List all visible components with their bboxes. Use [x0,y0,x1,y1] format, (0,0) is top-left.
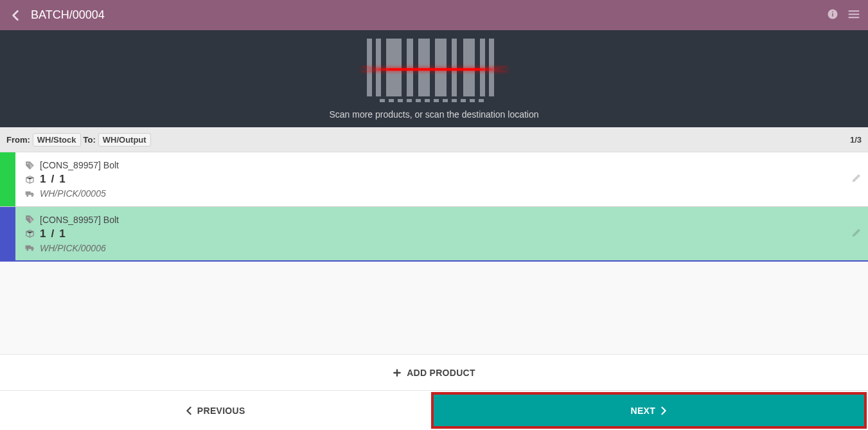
from-label: From: [6,135,30,145]
svg-rect-17 [389,99,394,102]
svg-point-30 [26,195,28,197]
svg-rect-5 [849,17,860,18]
barcode-icon [367,39,502,103]
chevron-left-icon [186,406,192,415]
scan-banner: Scan more products, or scan the destinat… [0,30,868,127]
svg-rect-25 [461,99,466,102]
line-body: [CONS_89957] Bolt 1/1 WH/PICK/00006 [15,207,868,260]
add-product-label: ADD PRODUCT [407,368,475,378]
svg-rect-6 [367,39,372,96]
header-actions [827,8,860,22]
qty-row: 1/1 [24,173,860,186]
to-label: To: [84,135,96,145]
move-line[interactable]: [CONS_89957] Bolt 1/1 WH/PICK/00005 [0,152,868,207]
product-row: [CONS_89957] Bolt [24,215,860,225]
source-doc: WH/PICK/00005 [40,188,106,199]
qty-slash: / [51,173,55,185]
line-body: [CONS_89957] Bolt 1/1 WH/PICK/00005 [15,152,868,206]
chevron-left-icon [11,10,20,21]
svg-rect-7 [376,39,381,96]
source-row: WH/PICK/00005 [24,188,860,199]
pencil-icon [851,173,862,183]
svg-rect-26 [470,99,475,102]
previous-label: PREVIOUS [197,406,245,416]
status-stripe [0,207,15,260]
to-location[interactable]: WH/Output [98,133,151,147]
previous-button[interactable]: PREVIOUS [0,391,431,430]
tag-icon [24,160,35,170]
truck-icon [24,243,35,253]
move-line[interactable]: [CONS_89957] Bolt 1/1 WH/PICK/00006 [0,207,868,262]
back-button[interactable] [8,8,23,23]
svg-rect-22 [434,99,439,102]
page-title: BATCH/00004 [31,8,827,22]
svg-rect-3 [849,10,860,12]
truck-icon [24,188,35,199]
svg-rect-21 [425,99,430,102]
edit-line-button[interactable] [851,228,862,240]
svg-rect-15 [489,39,494,96]
svg-rect-24 [452,99,457,102]
svg-rect-20 [416,99,421,102]
app-header: BATCH/00004 [0,0,868,30]
svg-rect-19 [407,99,412,102]
chevron-right-icon [660,406,667,415]
svg-rect-23 [443,99,448,102]
svg-rect-10 [418,39,430,96]
svg-rect-11 [435,39,447,96]
location-bar: From: WH/Stock To: WH/Output 1/3 [0,127,868,152]
svg-point-31 [31,195,33,197]
svg-rect-4 [849,13,860,15]
svg-rect-27 [479,99,484,102]
svg-point-34 [26,249,28,251]
source-doc: WH/PICK/00006 [40,243,106,253]
qty-done: 1 [40,228,47,240]
svg-rect-1 [832,13,833,16]
status-stripe [0,152,15,206]
next-button[interactable]: NEXT [431,392,867,429]
svg-rect-14 [480,39,485,96]
info-icon [827,8,838,20]
qty-total: 1 [59,228,66,240]
svg-point-32 [27,217,28,218]
tag-icon [24,215,35,225]
qty-slash: / [51,228,55,240]
line-count: 1/3 [850,135,862,145]
info-button[interactable] [827,8,838,22]
svg-rect-2 [832,11,833,12]
box-icon [24,174,35,184]
bottom-nav: PREVIOUS NEXT [0,390,868,430]
add-product-button[interactable]: ADD PRODUCT [0,354,868,390]
svg-point-35 [31,249,33,251]
product-name: [CONS_89957] Bolt [40,215,119,225]
qty-value: 1/1 [40,173,67,186]
pencil-icon [851,228,862,238]
from-location[interactable]: WH/Stock [33,133,81,147]
svg-rect-13 [463,39,475,96]
svg-rect-18 [398,99,403,102]
scan-message: Scan more products, or scan the destinat… [329,109,538,120]
svg-rect-29 [25,191,30,195]
svg-rect-33 [25,246,30,249]
move-lines: [CONS_89957] Bolt 1/1 WH/PICK/00005 [0,152,868,262]
svg-rect-12 [452,39,457,96]
svg-rect-9 [407,39,413,96]
svg-rect-8 [386,39,402,96]
source-row: WH/PICK/00006 [24,243,860,253]
barcode-graphic [367,39,502,103]
svg-rect-16 [380,99,385,102]
qty-done: 1 [40,173,47,185]
product-row: [CONS_89957] Bolt [24,160,860,170]
qty-row: 1/1 [24,228,860,240]
edit-line-button[interactable] [851,173,862,186]
qty-value: 1/1 [40,228,67,240]
box-icon [24,229,35,239]
app-root: BATCH/00004 [0,0,868,430]
next-label: NEXT [630,406,655,416]
product-name: [CONS_89957] Bolt [40,160,119,170]
plus-icon [393,368,402,377]
menu-icon [847,8,860,20]
scan-line [362,68,507,71]
menu-button[interactable] [847,8,860,22]
content-filler [0,262,868,354]
